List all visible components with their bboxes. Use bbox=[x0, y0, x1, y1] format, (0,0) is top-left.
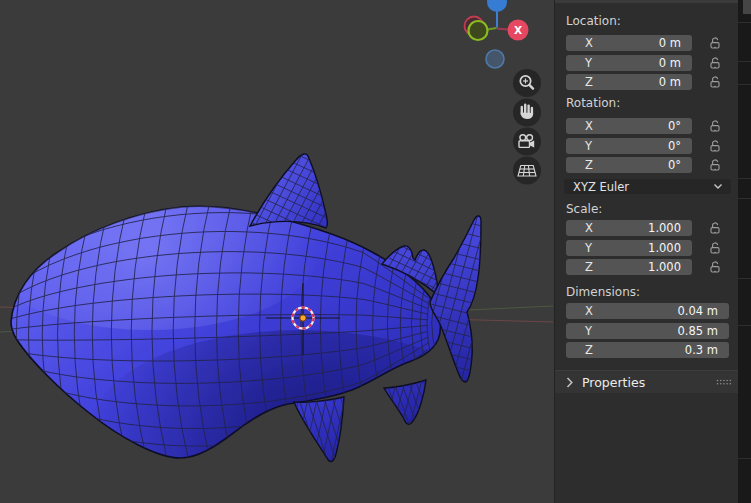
field-value: 0 m bbox=[659, 75, 681, 89]
viewport-tools bbox=[513, 69, 541, 185]
location-x-field[interactable]: X 0 m bbox=[566, 35, 692, 51]
field-value: 0.04 m bbox=[678, 304, 718, 318]
properties-label: Properties bbox=[582, 375, 645, 390]
orthographic-button[interactable] bbox=[513, 157, 541, 185]
field-value: 0 m bbox=[659, 56, 681, 70]
chevron-down-icon bbox=[713, 183, 723, 190]
chevron-right-icon bbox=[566, 377, 573, 388]
axis-label: X bbox=[585, 36, 593, 50]
axis-label: Z bbox=[585, 260, 593, 274]
location-y-field[interactable]: Y 0 m bbox=[566, 55, 692, 71]
unlock-icon[interactable] bbox=[708, 75, 722, 89]
axis-label: Z bbox=[585, 343, 593, 357]
scale-section-label: Scale: bbox=[566, 203, 602, 216]
panel-drag-grip[interactable] bbox=[716, 378, 732, 386]
blender-3d-viewport-window: X bbox=[0, 0, 751, 503]
properties-panel-header[interactable]: Properties bbox=[555, 370, 739, 393]
dimensions-section-label: Dimensions: bbox=[566, 286, 640, 299]
rotation-section-label: Rotation: bbox=[566, 97, 620, 110]
field-value: 0° bbox=[668, 119, 681, 133]
field-value: 0° bbox=[668, 158, 681, 172]
unlock-icon[interactable] bbox=[708, 260, 722, 274]
gizmo-axis-z-positive[interactable] bbox=[487, 0, 507, 12]
unlock-icon[interactable] bbox=[708, 119, 722, 133]
unlock-icon[interactable] bbox=[708, 241, 722, 255]
location-section-label: Location: bbox=[566, 15, 621, 28]
field-value: 1.000 bbox=[648, 221, 681, 235]
field-value: 0° bbox=[668, 139, 681, 153]
rotation-x-field[interactable]: X 0° bbox=[566, 118, 692, 134]
dimensions-z-field[interactable]: Z 0.3 m bbox=[566, 342, 729, 358]
viewport-canvas[interactable]: X bbox=[0, 0, 554, 503]
axis-label: Y bbox=[585, 324, 592, 338]
dimensions-y-field[interactable]: Y 0.85 m bbox=[566, 323, 729, 339]
axis-label: X bbox=[585, 304, 593, 318]
object-origin-dot bbox=[300, 315, 306, 321]
dimensions-x-field[interactable]: X 0.04 m bbox=[566, 303, 729, 319]
axis-label: Z bbox=[585, 158, 593, 172]
unlock-icon[interactable] bbox=[708, 56, 722, 70]
field-value: 0.3 m bbox=[685, 343, 718, 357]
axis-label: Y bbox=[585, 241, 592, 255]
transform-sidebar: Location: X 0 m Y 0 m Z 0 m Rotation: X … bbox=[554, 0, 738, 503]
axis-label: X bbox=[585, 221, 593, 235]
panel-top-edge bbox=[555, 0, 739, 3]
location-z-field[interactable]: Z 0 m bbox=[566, 74, 692, 90]
unlock-icon[interactable] bbox=[708, 139, 722, 153]
rotation-y-field[interactable]: Y 0° bbox=[566, 138, 692, 154]
unlock-icon[interactable] bbox=[708, 36, 722, 50]
axis-label: Y bbox=[585, 56, 592, 70]
rotation-mode-value: XYZ Euler bbox=[573, 180, 629, 194]
gizmo-axis-y-negative[interactable] bbox=[469, 21, 488, 40]
field-value: 1.000 bbox=[648, 260, 681, 274]
scale-x-field[interactable]: X 1.000 bbox=[566, 220, 692, 236]
axis-label: Z bbox=[585, 75, 593, 89]
gizmo-x-label: X bbox=[514, 24, 522, 36]
rotation-z-field[interactable]: Z 0° bbox=[566, 157, 692, 173]
axis-label: X bbox=[585, 119, 593, 133]
scale-z-field[interactable]: Z 1.000 bbox=[566, 259, 692, 275]
field-value: 0 m bbox=[659, 36, 681, 50]
scrollbar-thumb[interactable] bbox=[743, 0, 751, 14]
unlock-icon[interactable] bbox=[708, 158, 722, 172]
field-value: 1.000 bbox=[648, 241, 681, 255]
rotation-mode-dropdown[interactable]: XYZ Euler bbox=[564, 179, 731, 194]
camera-view-button[interactable] bbox=[513, 128, 541, 156]
gizmo-axis-z-negative[interactable] bbox=[486, 50, 504, 68]
pan-button[interactable] bbox=[513, 99, 541, 127]
editor-edge-strip bbox=[738, 0, 751, 503]
navigation-gizmo[interactable]: X bbox=[465, 0, 529, 68]
zoom-button[interactable] bbox=[513, 69, 541, 97]
field-value: 0.85 m bbox=[678, 324, 718, 338]
unlock-icon[interactable] bbox=[708, 221, 722, 235]
axis-label: Y bbox=[585, 139, 592, 153]
scale-y-field[interactable]: Y 1.000 bbox=[566, 240, 692, 256]
